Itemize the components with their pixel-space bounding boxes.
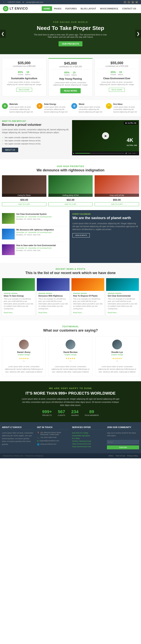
happy-stat-3: 234 Awards (71, 409, 79, 416)
news-4-readmore[interactable]: Read More... (108, 312, 118, 314)
footer-bottom-links: DMCA Term of Use Privacy Policy (108, 455, 138, 457)
happy-stat-4-label: Team Members (85, 414, 99, 416)
video-overlay (72, 120, 139, 152)
card-2-stat2: 15 (71, 71, 77, 74)
footer-service-6[interactable]: Clean Environment Foot (72, 445, 104, 448)
testimonial-avatar-3 (112, 340, 122, 350)
card-2: $45,000 contributed out of $95,000 65%fu… (48, 58, 93, 96)
card-3-stat2: 15 (118, 70, 123, 74)
priority-img-2: Getting plenty of fruit (48, 175, 93, 197)
googleplus-icon[interactable]: g (131, 1, 134, 4)
solar-icon: ☀ (37, 103, 43, 109)
news-1-cat: Graphic Design (4, 292, 33, 294)
news-2-desc: This is an example of a WordPress post, … (38, 298, 68, 310)
priority-1-label: Caring for Plants (2, 194, 46, 197)
card-1-stat2: 15 (25, 70, 31, 74)
footer-email-input[interactable] (107, 440, 139, 444)
testimonial-2-name: David Beckan (51, 351, 90, 353)
event-1-location: Brooklyn, NY 10016, New York. (16, 218, 52, 220)
card-1-readmore[interactable]: READ MORE (16, 88, 32, 92)
footer-terms-link[interactable]: Term of Use (115, 455, 125, 457)
testimonial-1-name: Daniel Jhony (4, 351, 44, 353)
news-1-readmore[interactable]: Read More... (4, 312, 14, 314)
event-item-3: How to Save water for form Environmental… (2, 244, 68, 258)
view-events-button[interactable]: VIEW EVENTS (72, 233, 90, 238)
footer-service-3[interactable]: Eco Ideas (72, 437, 104, 440)
play-button[interactable] (102, 132, 109, 139)
features-row: ♻ Materials Lorem ipsum dolor sit amet, … (0, 100, 141, 116)
footer-service-1[interactable]: New Rule For Safety (72, 432, 104, 434)
subscribe-button[interactable]: Subscribe (107, 446, 139, 449)
priority-card-3: Keep world all day $50.00 ADD TO CART (95, 175, 139, 206)
hero-cta-button[interactable]: OUR PROJECTS (59, 41, 83, 46)
priorities-section: OUR HIGH PRIORITIES We denounce with rig… (0, 159, 141, 210)
news-3-readmore[interactable]: Read More... (73, 312, 83, 314)
add-to-cart-2[interactable]: ADD TO CART (48, 202, 93, 206)
hero-arrow-left[interactable]: ❮ (0, 30, 6, 38)
testimonial-avatar-1 (19, 340, 29, 350)
happy-stat-3-label: Awards (71, 414, 79, 416)
add-to-cart-3[interactable]: ADD TO CART (95, 202, 139, 206)
top-bar-social: f t g in (123, 1, 138, 4)
card-3-readmore[interactable]: READ MORE (109, 88, 125, 92)
news-card-4: Graphic Design Get Clear Environmental T… (106, 278, 139, 316)
news-1-title: Ideas To Save Energy (4, 295, 33, 297)
footer-service-2[interactable]: Sustainable Agriculture (72, 434, 104, 437)
nav-features[interactable]: Features (63, 6, 79, 11)
feature-4-title: Eco Ideas (113, 103, 139, 105)
video-fullscreen-icon[interactable]: ⛶ (136, 152, 138, 154)
footer-address: 262 Milacinia Monst Street Rehearsal, Un… (40, 432, 69, 436)
facebook-icon[interactable]: f (123, 1, 126, 4)
logo[interactable]: LT ENVICO (3, 6, 28, 11)
join-section: WANT TO JOIN WITH US? Become a proud vol… (2, 120, 69, 155)
video-progress-bar[interactable] (75, 153, 125, 154)
calendar-tag: EVENT CALENDAR (72, 213, 138, 215)
news-card-2: Graphic Design Denounce With Righteous T… (37, 278, 70, 316)
footer-dmca-link[interactable]: DMCA (108, 455, 114, 457)
video-thumbnail[interactable]: 4K ULTRA HD 4KULTRA HD (72, 120, 139, 152)
feature-4-desc: Lorem ipsum dolor sit amet, consectetur … (113, 106, 139, 113)
priority-2-price: $32.00 (48, 198, 93, 201)
linkedin-icon[interactable]: in (135, 1, 138, 4)
video-controls[interactable]: ▶ 🔊 0:00 / 3:45 ⛶ (72, 152, 139, 155)
join-list-item-2: Nec sapien consullu vulputate rhoncus ve… (2, 139, 69, 142)
recent-news-section: RECENT NEWS & POSTS This is the list of … (0, 263, 141, 320)
hero-arrow-right[interactable]: ❯ (135, 30, 141, 38)
recent-title: This is the list of our recent work whic… (2, 271, 139, 275)
news-card-1: Graphic Design Ideas To Save Energy This… (2, 278, 35, 316)
news-img-4 (106, 278, 139, 291)
video-section: 4K ULTRA HD 4KULTRA HD ▶ 🔊 0:00 / 3:45 ⛶ (72, 120, 139, 155)
testimonial-2-text: Lorem ipsum dolor sit amet, consectetur … (51, 366, 90, 374)
twitter-icon[interactable]: t (127, 1, 130, 4)
feature-2-desc: Lorem ipsum dolor sit amet, consectetur … (44, 106, 70, 113)
nav-contact[interactable]: Contact Us (120, 6, 138, 11)
testimonial-card-2: David Beckan Graphic Design ★★★★★ " Lore… (49, 336, 92, 376)
happy-stat-3-num: 234 (71, 409, 79, 414)
footer-privacy-link[interactable]: Privacy Policy (127, 455, 138, 457)
header: LT ENVICO Home Pages Features Blog Layou… (0, 4, 141, 13)
footer-services-heading: SERVICES OFFER (72, 426, 104, 430)
quote-icon-1: " (4, 361, 44, 364)
video-volume-icon[interactable]: 🔊 (125, 152, 127, 154)
testimonial-card-1: Daniel Jhony Graphic Design ★★★★★ " Lore… (2, 336, 46, 376)
footer-phone: +61 3333 4280 6789 (40, 436, 57, 438)
news-1-desc: This is an example of a WordPress post, … (4, 298, 33, 310)
email-icon-footer: ✉ (37, 440, 39, 442)
nav-blog[interactable]: Blog Layout (79, 6, 98, 11)
event-2-title: We denounce with righteous indignation (16, 229, 54, 231)
footer-service-4[interactable]: Territory Cleaning Group (72, 440, 104, 442)
nav-home[interactable]: Home (42, 6, 52, 11)
about-us-button[interactable]: ABOUT US (2, 148, 18, 152)
nav-pages[interactable]: Pages (52, 6, 63, 11)
card-2-readmore[interactable]: READ MORE (60, 88, 80, 93)
news-2-readmore[interactable]: Read More... (38, 312, 49, 314)
video-play-icon[interactable]: ▶ (73, 152, 74, 154)
happy-stats: 999+ Projects 567 Clients 234 Awards 89 … (2, 409, 139, 416)
event-img-1 (2, 213, 15, 224)
card-2-price: $45,000 (51, 62, 90, 66)
add-to-cart-1[interactable]: ADD TO CART (2, 202, 46, 206)
card-1-contrib: contributed out of $85,000 (5, 65, 44, 67)
email-icon: ✉ (22, 1, 24, 3)
footer-service-5[interactable]: Clean Environment Ever (72, 442, 104, 445)
nav-woo[interactable]: WooCommerce (98, 6, 120, 11)
